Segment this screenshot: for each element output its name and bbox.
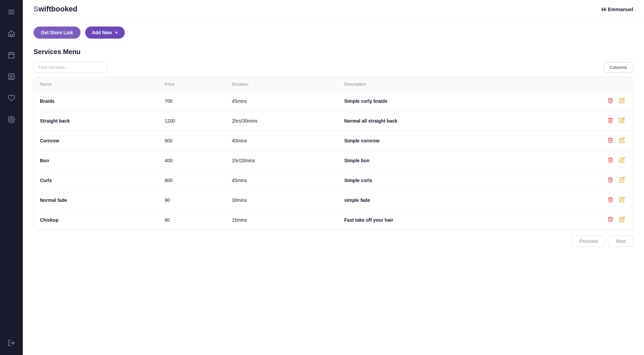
- columns-button[interactable]: Columns: [603, 62, 633, 73]
- cell-duration: 2hrs/30mins: [226, 111, 338, 131]
- sidebar: [0, 0, 23, 355]
- cell-name: Cornrow: [34, 131, 159, 151]
- pagination: Previous Next: [34, 230, 633, 248]
- table-row: Curls 800 45mins Simple curls: [34, 171, 633, 190]
- table-row: Braids 700 45mins Simple curly braids: [34, 91, 633, 111]
- logo: Swiftbooked: [34, 5, 77, 13]
- cell-description: Normal all straight back: [338, 111, 533, 131]
- delete-button[interactable]: [605, 136, 615, 145]
- edit-button[interactable]: [617, 196, 627, 205]
- cell-name: Chiskop: [34, 210, 159, 230]
- cell-description: Simple curly braids: [338, 91, 533, 111]
- cell-price: 60: [159, 210, 226, 230]
- home-icon[interactable]: [5, 28, 17, 40]
- delete-button[interactable]: [605, 176, 615, 185]
- table-controls: Columns: [34, 62, 633, 73]
- col-header-actions: [533, 77, 633, 91]
- col-header-description: Description: [338, 77, 533, 91]
- cell-duration: 45mins: [226, 171, 338, 190]
- svg-point-12: [10, 119, 12, 121]
- chevron-down-icon: ▼: [115, 31, 118, 35]
- table-row: Chiskop 60 15mins Fast take off your hai…: [34, 210, 633, 230]
- cell-duration: 15mins: [226, 210, 338, 230]
- cell-description: simple fade: [338, 190, 533, 210]
- table-row: Cornrow 500 40mins Simple cornrow: [34, 131, 633, 151]
- edit-button[interactable]: [617, 176, 627, 185]
- delete-button[interactable]: [605, 156, 615, 165]
- cell-actions: [533, 111, 633, 131]
- table-row: Bun 400 1hr/20mins Simple bun: [34, 151, 633, 171]
- action-bar: Get Store Link Add New ▼: [34, 27, 633, 39]
- header: Swiftbooked Hi Emmanuel: [23, 0, 644, 18]
- cell-description: Simple bun: [338, 151, 533, 171]
- table-header-row: Name Price Duration Description: [34, 77, 633, 91]
- logout-icon[interactable]: [5, 337, 17, 349]
- cell-name: Curls: [34, 171, 159, 190]
- cell-duration: 1hr/20mins: [226, 151, 338, 171]
- edit-button[interactable]: [617, 136, 627, 145]
- bookmark-icon[interactable]: [5, 92, 17, 104]
- svg-rect-3: [10, 34, 12, 36]
- edit-button[interactable]: [617, 97, 627, 105]
- cell-price: 700: [159, 91, 226, 111]
- search-input[interactable]: [34, 62, 107, 73]
- logo-text: wiftbooked: [39, 5, 77, 13]
- delete-button[interactable]: [605, 117, 615, 125]
- add-new-button[interactable]: Add New ▼: [85, 27, 125, 39]
- cell-duration: 30mins: [226, 190, 338, 210]
- col-header-name: Name: [34, 77, 159, 91]
- page-content: Get Store Link Add New ▼ Services Menu C…: [23, 18, 644, 355]
- cell-actions: [533, 210, 633, 230]
- cell-description: Simple curls: [338, 171, 533, 190]
- previous-button[interactable]: Previous: [572, 235, 605, 247]
- list-icon[interactable]: [5, 71, 17, 83]
- table-row: Normal fade 90 30mins simple fade: [34, 190, 633, 210]
- cell-price: 1200: [159, 111, 226, 131]
- col-header-duration: Duration: [226, 77, 338, 91]
- next-button[interactable]: Next: [608, 235, 633, 247]
- add-new-label: Add New: [92, 30, 112, 35]
- col-header-price: Price: [159, 77, 226, 91]
- cell-name: Normal fade: [34, 190, 159, 210]
- menu-icon[interactable]: [5, 6, 17, 18]
- edit-button[interactable]: [617, 156, 627, 165]
- cell-duration: 45mins: [226, 91, 338, 111]
- cell-price: 400: [159, 151, 226, 171]
- cell-price: 90: [159, 190, 226, 210]
- cell-name: Straight back: [34, 111, 159, 131]
- cell-name: Bun: [34, 151, 159, 171]
- cell-description: Fast take off your hair: [338, 210, 533, 230]
- logo-s: S: [34, 5, 39, 13]
- cell-description: Simple cornrow: [338, 131, 533, 151]
- delete-button[interactable]: [605, 97, 615, 105]
- cell-actions: [533, 151, 633, 171]
- page-title: Services Menu: [34, 48, 633, 56]
- cell-name: Braids: [34, 91, 159, 111]
- cell-actions: [533, 171, 633, 190]
- settings-icon[interactable]: [5, 114, 17, 126]
- table-row: Straight back 1200 2hrs/30mins Normal al…: [34, 111, 633, 131]
- greeting-text: Hi Emmanuel: [601, 6, 633, 12]
- cell-actions: [533, 91, 633, 111]
- calendar-icon[interactable]: [5, 49, 17, 61]
- svg-rect-4: [9, 53, 14, 58]
- services-table: Name Price Duration Description Braids 7…: [34, 77, 633, 230]
- edit-button[interactable]: [617, 216, 627, 224]
- cell-actions: [533, 131, 633, 151]
- delete-button[interactable]: [605, 216, 615, 224]
- main-content: Swiftbooked Hi Emmanuel Get Store Link A…: [23, 0, 644, 355]
- cell-duration: 40mins: [226, 131, 338, 151]
- cell-price: 500: [159, 131, 226, 151]
- cell-price: 800: [159, 171, 226, 190]
- get-store-link-button[interactable]: Get Store Link: [34, 27, 80, 39]
- edit-button[interactable]: [617, 117, 627, 125]
- delete-button[interactable]: [605, 196, 615, 205]
- cell-actions: [533, 190, 633, 210]
